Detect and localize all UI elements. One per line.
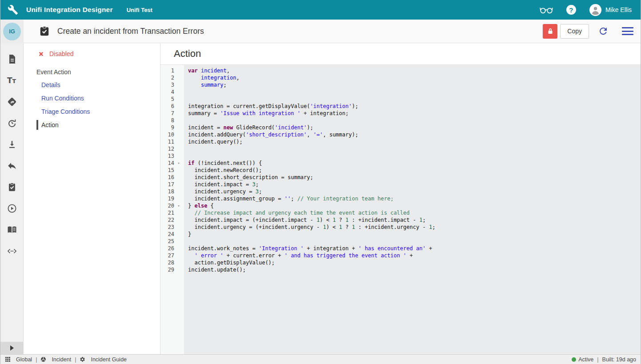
fold-gutter-space [174,231,183,238]
fold-arrow-icon[interactable]: ▾ [174,160,183,167]
footer-separator: | [75,356,76,363]
record-avatar[interactable]: IG [3,23,21,40]
fold-gutter-space [174,252,183,259]
line-number: 2 [160,74,174,81]
code-text [184,96,188,103]
footer-separator: | [597,356,598,363]
glasses-icon[interactable] [539,5,554,15]
nav-item-details[interactable]: Details [24,78,160,92]
gear-icon [80,356,88,362]
footer-item-incident[interactable]: Incident [40,356,71,363]
record-toolbar: IG Create an incident from Transaction E… [0,20,641,43]
line-gutter: 3 [160,81,184,88]
code-line: 28 action.getDisplayValue(); [160,259,641,266]
code-line: 17 incident.impact = 3; [160,181,641,188]
menu-icon[interactable] [622,27,633,35]
code-text: incident.assignment_group = ''; // Your … [184,195,393,202]
route-icon[interactable] [7,96,17,107]
footer-item-label: Incident [52,356,71,363]
code-line: 6integration = current.getDisplayValue('… [160,103,641,110]
line-gutter: 11 [160,138,184,145]
user-name[interactable]: Mike Ellis [605,6,632,13]
code-line: 23 incident.urgency = (+incident.urgency… [160,224,641,231]
fold-gutter-space [174,96,183,103]
disabled-status[interactable]: Disabled [38,50,160,58]
copy-button[interactable]: Copy [560,24,589,39]
fold-gutter-space [174,259,183,266]
refresh-icon[interactable] [598,26,609,36]
app-title: Unifi Integration Designer [26,6,113,14]
history-icon[interactable] [7,118,17,128]
line-gutter: 8 [160,117,184,124]
nav-item-triage-conditions[interactable]: Triage Conditions [24,105,160,118]
line-number: 17 [160,181,174,188]
download-icon[interactable] [7,139,17,150]
code-icon[interactable] [7,246,17,256]
code-text: integration, [184,74,240,81]
code-line: 22 incident.impact = (+incident.impact -… [160,216,641,224]
fold-gutter-space [174,81,183,88]
fold-gutter-space [174,245,183,252]
task-icon[interactable] [7,182,17,192]
line-number: 24 [160,231,174,238]
footer-item-incident-guide[interactable]: Incident Guide [80,356,127,363]
line-number: 28 [160,259,174,266]
line-gutter: 4 [160,88,184,96]
footer-item-label: Incident Guide [91,356,127,363]
user-avatar[interactable] [589,4,601,16]
code-line: 3 summary; [160,81,641,88]
line-gutter: 27 [160,252,184,259]
app-header: Unifi Integration Designer Unifi Test ? … [0,0,641,20]
line-gutter: 28 [160,259,184,266]
code-text: summary; [184,81,227,88]
text-format-icon[interactable]: TT [7,75,17,86]
nav-item-label: Action [41,121,59,128]
play-circle-icon[interactable] [7,203,17,214]
disabled-label: Disabled [49,50,73,57]
fold-gutter-space [174,74,183,81]
line-number: 13 [160,152,174,160]
record-title: Create an incident from Transaction Erro… [57,27,204,36]
code-line: 14▾if (!incident.next()) { [160,160,641,167]
status-bar: Global|Incident|Incident Guide Active | … [0,354,641,364]
code-line: 26incident.work_notes = 'Integration ' +… [160,245,641,252]
code-line: 27 ' error ' + current.error + ' and has… [160,252,641,259]
editor-title: Action [160,48,201,60]
line-gutter: 18 [160,188,184,195]
rail-collapse-button[interactable] [0,342,23,354]
line-number: 18 [160,188,174,195]
code-line: 11incident.query(); [160,138,641,145]
built-label: Built: 19d ago [602,356,636,363]
app-subtitle[interactable]: Unifi Test [127,7,152,13]
code-text: incident.impact = 3; [184,181,259,188]
fold-gutter-space [174,88,183,96]
record-avatar-column: IG [0,20,24,43]
nav-item-run-conditions[interactable]: Run Conditions [24,92,160,105]
icon-rail: TT [0,43,24,354]
nav-section-label: Event Action [36,68,160,76]
lock-button[interactable] [543,24,557,39]
code-line: 18 incident.urgency = 3; [160,188,641,195]
fold-arrow-icon[interactable]: ▾ [174,202,183,209]
undo-icon[interactable] [7,160,17,171]
footer-item-global[interactable]: Global [5,356,32,363]
line-number: 19 [160,195,174,202]
code-text: var incident, [184,67,230,74]
code-line: 20▾} else { [160,202,641,209]
code-line: 12 [160,145,641,152]
expand-arrow-icon [10,345,14,351]
line-gutter: 7 [160,110,184,117]
help-icon[interactable]: ? [566,5,576,15]
code-editor[interactable]: 1var incident,2 integration,3 summary;45… [160,65,641,354]
code-line: 25 [160,238,641,245]
line-gutter: 14▾ [160,160,184,167]
book-icon[interactable] [7,224,17,235]
document-icon[interactable] [7,54,17,64]
code-text [184,88,188,96]
line-number: 1 [160,67,174,74]
code-text: incident.addQuery('short_description', '… [184,131,358,138]
nav-item-action[interactable]: Action [24,118,160,132]
fold-gutter-space [174,117,183,124]
code-text: integration = current.getDisplayValue('i… [184,103,358,110]
grid-icon [5,356,13,362]
